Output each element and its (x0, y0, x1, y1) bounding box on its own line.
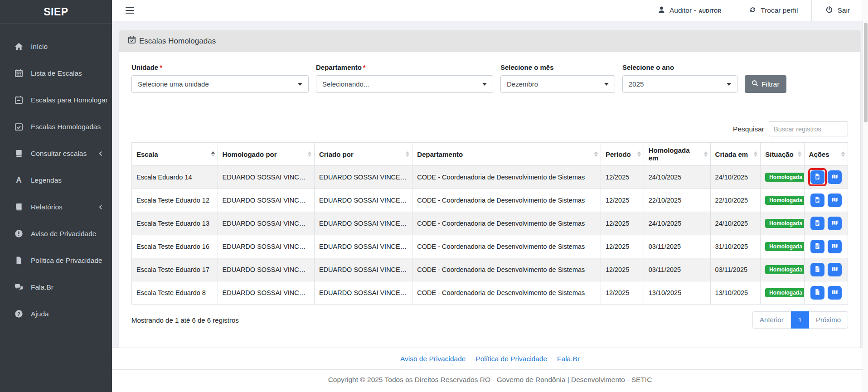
app-logo[interactable]: SIEP (0, 0, 112, 24)
view-document-button[interactable] (810, 217, 824, 230)
footer-link-politica-de-privacidade[interactable]: Política de Privacidade (475, 355, 547, 363)
ano-label: Selecione o ano (622, 63, 737, 71)
ano-filter: Selecione o ano 2025 (622, 63, 737, 93)
column-header-departamento[interactable]: Departamento (412, 143, 601, 166)
cell-situacao: Homologada (761, 166, 804, 189)
ano-select[interactable]: 2025 (622, 75, 737, 93)
cell-homologada-em: 24/10/2025 (644, 212, 710, 235)
switch-profile-button[interactable]: Trocar perfil (735, 0, 811, 21)
view-map-button[interactable] (828, 217, 842, 230)
cell-departamento: CODE - Coordenadoria de Desenvolvimento … (412, 281, 601, 305)
view-document-button[interactable] (810, 263, 824, 276)
cell-acoes (804, 166, 848, 189)
exclamation-circle-icon (14, 229, 24, 238)
unidade-filter: Unidade* Selecione uma unidade (131, 63, 309, 93)
cell-homologado-por: EDUARDO SOSSAI VINCENSI (218, 258, 314, 281)
sort-icon (308, 151, 311, 157)
column-header-criada-em[interactable]: Criada em (710, 143, 761, 166)
logout-button[interactable]: Sair (811, 0, 863, 21)
sidebar-item-legendas[interactable]: ALegendas (0, 167, 112, 194)
cell-homologada-em: 22/10/2025 (644, 189, 710, 212)
table-row: Escala Teste Eduardo 8EDUARDO SOSSAI VIN… (132, 281, 848, 305)
map-icon (831, 289, 838, 297)
pagination-next[interactable]: Próximo (809, 311, 848, 329)
sidebar-item-lista-de-escalas[interactable]: Lista de Escalas (0, 60, 112, 87)
column-header-periodo[interactable]: Período (601, 143, 644, 166)
footer-link-fala-br[interactable]: Fala.Br (557, 355, 580, 363)
sidebar-item-inicio[interactable]: Início (0, 33, 112, 60)
pagination: Anterior 1 Próximo (752, 311, 848, 329)
view-map-button[interactable] (828, 170, 842, 184)
scrollbar-thumb[interactable] (864, 23, 868, 122)
file-alt-icon (814, 289, 821, 297)
column-header-homologado-por[interactable]: Homologado por (218, 143, 314, 166)
sidebar-item-label: Consultar escalas (31, 150, 87, 158)
sidebar-item-label: Início (31, 43, 48, 51)
pagination-page-1[interactable]: 1 (791, 311, 809, 329)
map-icon (831, 242, 838, 251)
view-document-button[interactable] (810, 194, 824, 207)
table-info: Mostrando de 1 até 6 de 6 registros (131, 316, 239, 324)
column-header-situacao[interactable]: Situação (761, 143, 804, 166)
row-actions (809, 263, 843, 276)
sort-icon (841, 151, 845, 157)
view-map-button[interactable] (828, 263, 842, 276)
cell-acoes (804, 258, 848, 281)
column-header-criado-por[interactable]: Criado por (314, 143, 412, 166)
sort-icon (704, 151, 708, 157)
pagination-previous[interactable]: Anterior (752, 311, 791, 329)
mes-select[interactable]: Dezembro (500, 75, 615, 93)
column-header-escala[interactable]: Escala (132, 143, 218, 166)
cell-criado-por: EDUARDO SOSSAI VINCENSI (314, 212, 412, 235)
search-row: Pesquisar (131, 121, 848, 136)
column-header-acoes[interactable]: Ações (804, 143, 848, 166)
row-actions (809, 240, 843, 253)
calendar-minus-icon (14, 96, 24, 105)
search-icon (752, 80, 758, 88)
view-map-button[interactable] (828, 286, 842, 300)
map-icon (831, 266, 838, 274)
sidebar-item-politica-de-privacidade[interactable]: Política de Privacidade (0, 247, 112, 274)
search-input[interactable] (769, 121, 848, 136)
vertical-scrollbar (863, 0, 868, 392)
cell-escala: Escala Teste Eduardo 13 (132, 212, 218, 235)
cell-homologado-por: EDUARDO SOSSAI VINCENSI (218, 235, 314, 258)
sidebar-item-consultar-escalas[interactable]: Consultar escalas (0, 140, 112, 167)
sidebar-item-escalas-homologadas[interactable]: Escalas Homologadas (0, 113, 112, 140)
book-icon (14, 203, 24, 212)
sidebar-item-ajuda[interactable]: ?Ajuda (0, 300, 112, 327)
cell-situacao: Homologada (761, 212, 804, 235)
cell-periodo: 12/2025 (601, 166, 644, 189)
status-badge: Homologada (765, 265, 804, 274)
menu-toggle-icon[interactable] (126, 0, 136, 21)
cell-acoes (804, 212, 848, 235)
book-icon (14, 149, 24, 158)
power-icon (825, 6, 833, 15)
sidebar-item-label: Política de Privacidade (31, 256, 102, 265)
departamento-select[interactable]: Selecionando... (316, 75, 493, 93)
user-menu[interactable]: Auditor - AUDITOR (644, 0, 735, 21)
sidebar-item-relatorios[interactable]: Relatórios (0, 194, 112, 220)
cell-homologado-por: EDUARDO SOSSAI VINCENSI (218, 281, 314, 305)
file-alt-icon (814, 196, 821, 204)
calendar-check-icon (128, 36, 136, 46)
view-document-button[interactable] (810, 240, 824, 253)
sidebar-item-aviso-de-privacidade[interactable]: Aviso de Privacidade (0, 220, 112, 247)
column-header-homologada-em[interactable]: Homologada em (644, 143, 710, 166)
view-map-button[interactable] (828, 194, 842, 207)
cell-periodo: 12/2025 (601, 189, 644, 212)
sidebar-item-escalas-para-homologar[interactable]: Escalas para Homologar (0, 87, 112, 113)
view-document-button[interactable] (810, 170, 824, 184)
table-row: Escala Teste Eduardo 16EDUARDO SOSSAI VI… (132, 235, 848, 258)
cell-escala: Escala Teste Eduardo 12 (132, 189, 218, 212)
cell-departamento: CODE - Coordenadoria de Desenvolvimento … (412, 212, 601, 235)
calendar-grid-icon (14, 69, 24, 78)
page: SIEP InícioLista de EscalasEscalas para … (0, 0, 868, 392)
unidade-select[interactable]: Selecione uma unidade (131, 75, 309, 93)
view-map-button[interactable] (828, 240, 842, 253)
filter-button[interactable]: Filtrar (745, 75, 786, 93)
sidebar-item-fala-br[interactable]: Fala.Br (0, 274, 112, 300)
view-document-button[interactable] (810, 286, 824, 300)
footer-link-aviso-de-privacidade[interactable]: Aviso de Privacidade (400, 355, 466, 363)
sidebar-item-label: Fala.Br (31, 283, 53, 291)
